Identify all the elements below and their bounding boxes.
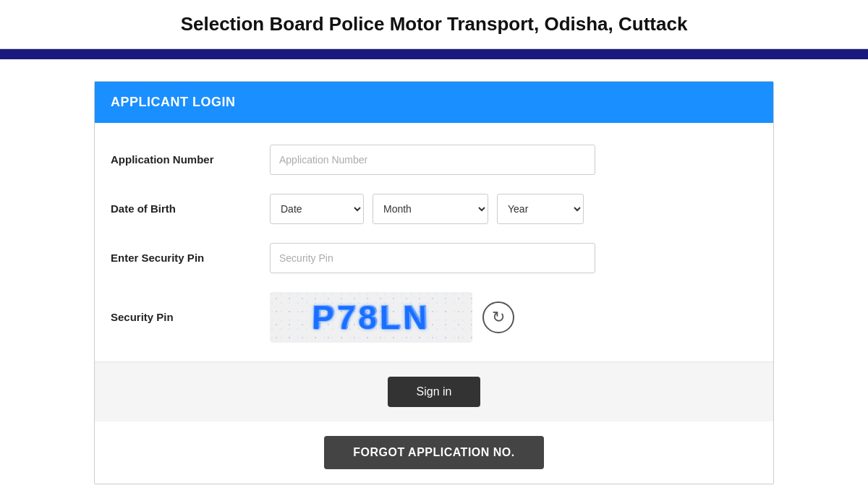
date-select[interactable]: Date 123 456 789 101112 131415 161718 19…	[270, 194, 364, 224]
month-select[interactable]: Month JanuaryFebruary MarchApril MayJune…	[373, 194, 488, 224]
application-number-label: Application Number	[111, 153, 270, 167]
captcha-section: P78LN ↻	[270, 292, 514, 343]
captcha-text: P78LN	[312, 298, 431, 337]
card-header: APPLICANT LOGIN	[95, 82, 773, 123]
security-pin-label: Enter Security Pin	[111, 251, 270, 265]
login-card: APPLICANT LOGIN Application Number Date …	[94, 81, 774, 484]
security-pin-input-row: Enter Security Pin	[111, 243, 757, 273]
application-number-input[interactable]	[270, 145, 595, 175]
signin-footer: Sign in	[95, 361, 773, 421]
forgot-section: FORGOT APPLICATION NO.	[95, 421, 773, 484]
application-number-row: Application Number	[111, 145, 757, 175]
page-header: Selection Board Police Motor Transport, …	[0, 0, 868, 49]
captcha-row: Security Pin P78LN ↻	[111, 292, 757, 343]
dob-selects: Date 123 456 789 101112 131415 161718 19…	[270, 194, 584, 224]
year-select[interactable]: Year 199019911992 199319941995 199619971…	[497, 194, 584, 224]
card-title: APPLICANT LOGIN	[111, 95, 236, 109]
page-title: Selection Board Police Motor Transport, …	[0, 13, 868, 35]
blue-divider	[0, 49, 868, 59]
security-pin-input[interactable]	[270, 243, 595, 273]
captcha-image: P78LN	[270, 292, 472, 343]
forgot-application-button[interactable]: FORGOT APPLICATION NO.	[324, 436, 543, 469]
page-content: APPLICANT LOGIN Application Number Date …	[0, 59, 868, 488]
captcha-label: Security Pin	[111, 310, 270, 325]
dob-row: Date of Birth Date 123 456 789 101112 13…	[111, 194, 757, 224]
refresh-captcha-button[interactable]: ↻	[482, 301, 514, 333]
dob-label: Date of Birth	[111, 202, 270, 216]
signin-button[interactable]: Sign in	[388, 377, 481, 407]
card-body: Application Number Date of Birth Date 12…	[95, 123, 773, 343]
